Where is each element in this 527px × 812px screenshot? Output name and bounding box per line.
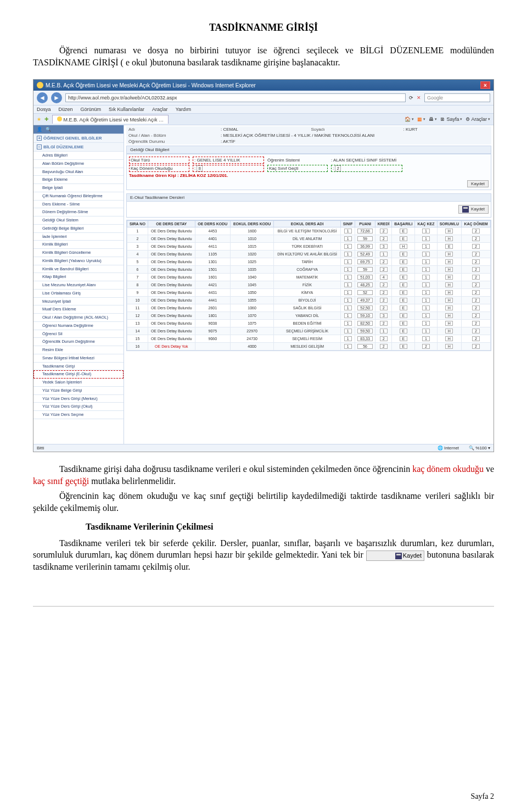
cell-input[interactable]: 2 [472,259,480,264]
refresh-icon[interactable]: ⟳ [409,95,413,101]
cell-input[interactable]: 2 [472,290,480,295]
cell-input[interactable]: E [400,305,407,310]
zoom-level[interactable]: 🔍 %100 ▾ [469,446,490,451]
cell-input[interactable]: E [400,275,407,280]
close-icon[interactable]: × [480,81,490,89]
cell-input[interactable]: 2 [380,282,388,287]
browser-tab[interactable]: M.E.B. Açık Öğretim Lisesi ve Mesleki Aç… [52,115,169,124]
cell-input[interactable]: 1 [422,336,430,341]
sidebar-item[interactable]: Başvurduğu Okul Alan [33,168,124,176]
stop-icon[interactable]: ✕ [417,95,421,101]
sidebar-item[interactable]: Yüz Yüze Ders Girişi (Merkez) [33,395,124,403]
cell-input[interactable]: 1 [344,298,352,303]
cell-input[interactable]: E [400,313,407,318]
cell-input[interactable]: 1 [344,290,352,295]
cell-input[interactable]: 1 [422,229,430,233]
cell-input[interactable]: 2 [380,236,388,241]
kaydet-button-1[interactable]: Kaydet [467,180,489,187]
cell-input[interactable]: 2 [380,336,388,341]
print-icon[interactable]: 🖶▾ [429,116,437,122]
sidebar-item[interactable]: Geldiği Okul Sistem [33,216,124,225]
sidebar-item[interactable]: Resim Ekle [33,346,124,354]
cell-input[interactable]: H [445,336,453,341]
cell-input[interactable]: H [445,275,453,280]
cell-input[interactable]: 2 [472,282,480,287]
cell-input[interactable]: 1 [422,329,430,333]
sidebar-item[interactable]: Tasdikname Girişi [33,363,124,371]
cell-input[interactable]: 2 [472,244,480,249]
cell-input[interactable]: H [400,244,407,249]
sidebar-section-genel[interactable]: + ÖĞRENCİ GENEL BİLGİLER [33,134,124,143]
cell-input[interactable]: 1 [422,259,430,264]
cell-input[interactable]: E [400,229,407,233]
cell-input[interactable]: 1 [344,313,352,318]
cell-input[interactable]: 36,99 [357,244,373,249]
cell-input[interactable]: 2 [380,259,388,264]
cell-input[interactable]: 49,37 [357,298,373,303]
cell-input[interactable]: 2 [380,344,388,349]
cell-input[interactable]: E [400,267,407,272]
cell-input[interactable]: 2 [380,290,388,295]
fav-icon[interactable]: ★ [37,116,41,122]
collapse-icon[interactable]: − [37,144,42,149]
cell-input[interactable]: 2 [422,344,430,349]
cell-input[interactable]: 1 [422,321,430,326]
cell-input[interactable]: 1 [344,275,352,280]
cell-input[interactable]: 1 [422,275,430,280]
cell-input[interactable]: 1 [380,252,388,257]
cell-input[interactable]: 2 [472,229,480,233]
cell-input[interactable]: 82,50 [357,321,373,326]
cell-input[interactable]: E [400,336,407,341]
sidebar-item[interactable]: Belge İptali [33,184,124,192]
cell-input[interactable]: 2 [380,321,388,326]
cell-input[interactable]: H [445,290,453,295]
cell-input[interactable]: H [445,259,453,264]
add-fav-icon[interactable]: ✚ [44,116,49,122]
menu-yardim[interactable]: Yardım [176,107,191,112]
cell-input[interactable]: 2 [472,305,480,310]
sidebar-item[interactable]: Öğrenci Sil [33,330,124,338]
sidebar-item[interactable]: Öğrencilik Durum Değiştirme [33,338,124,346]
sidebar-item[interactable]: Okul / Alan Değiştirme (AOL-MAOL) [33,314,124,322]
cell-input[interactable]: H [445,305,453,310]
cell-input[interactable]: E [400,252,407,257]
cell-input[interactable]: H [445,267,453,272]
cell-input[interactable]: 3 [380,313,388,318]
cell-input[interactable]: 2 [380,267,388,272]
cell-input[interactable]: 2 [472,313,480,318]
cell-input[interactable]: 1 [344,267,352,272]
cell-input[interactable]: 4 [380,275,388,280]
cell-input[interactable]: 2 [472,336,480,341]
sidebar-item[interactable]: Çift Numaralı Öğrenci Birleştirme [33,192,124,201]
feed-icon[interactable]: ▦▾ [417,116,425,122]
cell-input[interactable]: E [400,321,407,326]
cell-input[interactable]: 1 [344,252,352,257]
cell-input[interactable]: 2 [472,236,480,241]
forward-button[interactable]: ► [51,92,62,103]
cell-input[interactable]: 48,25 [357,282,373,287]
cell-input[interactable]: 1 [344,336,352,341]
cell-input[interactable]: E [400,298,407,303]
sidebar-item[interactable]: Kimlik Bilgileri [33,241,124,249]
kac-sinif-input[interactable]: 2 [335,165,340,171]
sidebar-item[interactable]: Tasdikname Girişi (E-Okul) [33,370,124,379]
sidebar-item[interactable]: Lise Mezunu Mezuniyet Alanı [33,281,124,290]
cell-input[interactable]: 2 [472,329,480,333]
menu-araclar[interactable]: Araçlar [152,107,168,112]
cell-input[interactable]: 59 [357,267,373,272]
expand-icon[interactable]: + [37,136,42,141]
sidebar-item[interactable]: Kimlik Bilgileri Güncelleme [33,249,124,257]
sidebar-item[interactable]: Dönem Değiştirme-Silme [33,208,124,216]
sidebar-item[interactable]: Yüz Yüze Belge Girişi [33,387,124,395]
back-button[interactable]: ◄ [37,92,48,103]
cell-input[interactable]: 83,33 [357,336,373,341]
sidebar-search-icon[interactable]: 🔍 [46,127,51,132]
sidebar-item[interactable]: Yedek Salon İşlemleri [33,379,124,387]
cell-input[interactable]: 2 [380,229,388,233]
cell-input[interactable]: 2 [472,344,480,349]
cell-input[interactable]: E [400,282,407,287]
cell-input[interactable]: E [445,244,453,249]
sidebar-item[interactable]: Ders Ekleme - Silme [33,201,124,209]
search-input[interactable]: Google [424,93,490,102]
sidebar-item[interactable]: Kimlik ve Bandrol Bilgileri [33,265,124,274]
